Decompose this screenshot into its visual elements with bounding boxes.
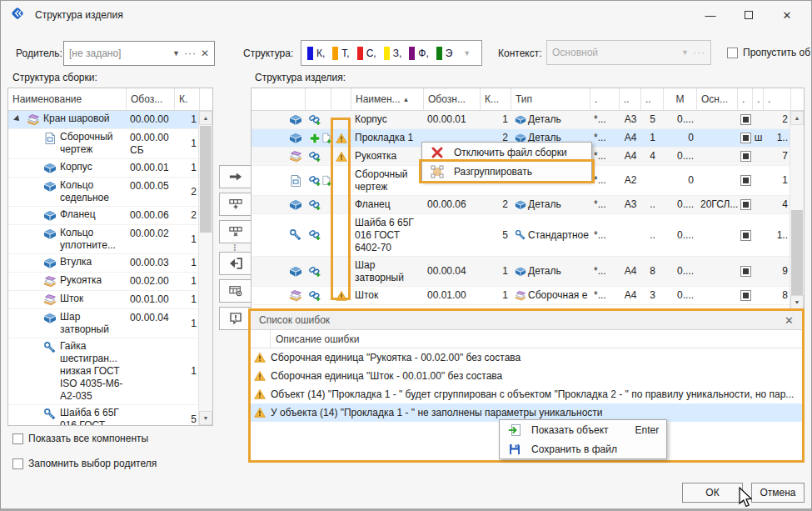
tree-row[interactable]: Шток00.01.001 — [8, 291, 200, 309]
left-scrollbar[interactable]: ▲ ▼ — [198, 111, 212, 425]
tree-row[interactable]: Кольцо седельное00.00.052 — [8, 178, 200, 207]
flag-cell[interactable] — [738, 166, 753, 195]
designation-cell: 00.00.06 — [127, 207, 175, 224]
close-icon[interactable]: ✕ — [785, 314, 794, 327]
structure-chip[interactable]: Ф, — [409, 47, 428, 60]
flag-cell[interactable] — [738, 196, 753, 213]
column-header[interactable]: .. — [641, 88, 664, 110]
parent-combobox[interactable]: [не задано] ▼ ··· ✕ — [63, 41, 215, 66]
quantity-cell: 2 — [175, 207, 200, 224]
context-combobox[interactable]: Основной ▼ ··· — [546, 40, 711, 65]
flag-cell[interactable] — [738, 257, 753, 286]
return-component-button[interactable] — [219, 252, 252, 275]
column-header[interactable]: Обозн... — [424, 88, 481, 110]
minimize-button[interactable]: — — [691, 1, 730, 29]
table-settings-button[interactable] — [219, 279, 252, 303]
error-list-button[interactable] — [219, 307, 252, 330]
column-header[interactable] — [331, 88, 351, 110]
column-header[interactable]: Наимен...▲ — [351, 88, 424, 110]
right-scrollbar[interactable]: ▲ ▼ — [790, 111, 804, 309]
product-row[interactable]: Фланец00.00.062Деталь*...А3..0....20ГСЛ.… — [252, 196, 791, 214]
column-header[interactable] — [252, 88, 306, 110]
error-row[interactable]: Сборочная единица "Рукоятка - 00.02.00" … — [251, 348, 802, 367]
close-button[interactable]: ✕ — [768, 1, 806, 29]
product-row[interactable]: Шток00.01.001Сборочная е*...А430....8 — [252, 287, 791, 305]
scrollbar-thumb[interactable] — [200, 126, 212, 233]
tree-row[interactable]: Втулка00.00.031 — [8, 254, 200, 273]
menu-item[interactable]: Отключить файл сборки — [422, 143, 591, 162]
menu-item[interactable]: Показать объектEnter — [500, 420, 666, 439]
tree-expander-icon[interactable] — [12, 117, 23, 122]
menu-item[interactable]: Сохранить в файл — [500, 439, 666, 458]
assembly-table-body: Кран шаровой00.00.001Сборочный чертеж00.… — [8, 111, 200, 425]
product-row[interactable]: Шайба 6 65Г 016 ГОСТ 6402-705Стандартное… — [252, 214, 791, 257]
column-header[interactable]: . — [753, 88, 764, 110]
checkbox-box[interactable] — [12, 433, 23, 444]
structure-chip[interactable]: К, — [307, 47, 325, 60]
product-row[interactable]: Корпус00.00.011Деталь*...А350....2 — [252, 111, 791, 129]
maximize-button[interactable] — [730, 1, 768, 29]
ok-button[interactable]: ОК — [682, 483, 743, 503]
scroll-up-icon[interactable]: ▲ — [790, 111, 804, 125]
checkbox-box[interactable] — [727, 48, 738, 58]
product-row[interactable]: Шар затворный00.00.041Деталь*...А480....… — [252, 257, 791, 287]
delete-row-button[interactable] — [219, 220, 252, 243]
flag-cell[interactable] — [738, 214, 753, 256]
tree-row[interactable]: Гайка шестигран... низкая ГОСТ ISO 4035-… — [8, 338, 200, 405]
transfer-right-button[interactable] — [219, 165, 252, 188]
structure-chip[interactable]: Т, — [332, 47, 349, 60]
show-all-components-checkbox[interactable]: Показать все компоненты — [12, 433, 148, 444]
right-panel-title: Структура изделия: — [255, 72, 346, 83]
remember-parent-checkbox[interactable]: Запомнить выбор родителя — [12, 458, 157, 469]
save-icon — [508, 443, 521, 456]
scrollbar-thumb[interactable] — [791, 210, 803, 297]
tree-row[interactable]: Кольцо уплотните...00.00.021 — [8, 225, 200, 254]
clear-icon[interactable]: ✕ — [201, 48, 209, 59]
column-header[interactable] — [306, 88, 331, 110]
tree-row[interactable]: Шар затворный00.00.041 — [8, 309, 200, 338]
scroll-down-icon[interactable]: ▼ — [790, 295, 804, 309]
structure-chip[interactable]: С, — [357, 47, 376, 60]
column-header[interactable]: К... — [481, 88, 511, 110]
tree-row[interactable]: Сборочный чертеж00.00.00 СБ1 — [8, 129, 200, 159]
scroll-up-icon[interactable]: ▲ — [199, 111, 212, 125]
part-icon — [289, 132, 302, 145]
flag-cell[interactable] — [738, 129, 753, 147]
error-row[interactable]: Сборочная единица "Шток - 00.01.00" без … — [251, 367, 802, 385]
flag-cell[interactable] — [738, 148, 753, 165]
checkbox-box[interactable] — [12, 458, 23, 469]
cancel-button[interactable]: Отмена — [751, 483, 805, 503]
chevron-down-icon[interactable]: ▼ — [463, 49, 471, 58]
flag-cell[interactable] — [738, 287, 753, 304]
designation-cell: 00.00.01 — [127, 159, 175, 177]
column-header[interactable]: . — [590, 88, 620, 110]
chevron-down-icon[interactable]: ▼ — [172, 49, 180, 58]
tree-row[interactable]: Корпус00.00.011 — [8, 159, 200, 178]
error-table-body: Сборочная единица "Рукоятка - 00.02.00" … — [251, 348, 802, 422]
tree-row[interactable]: Кран шаровой00.00.001 — [8, 111, 200, 129]
column-header[interactable]: М — [664, 88, 697, 110]
column-header[interactable]: К. — [175, 88, 200, 110]
structure-chip[interactable]: Э — [436, 47, 453, 60]
column-header[interactable]: . — [738, 88, 753, 110]
flag-cell[interactable] — [738, 111, 753, 128]
skip-checkbox[interactable]: Пропустить об — [727, 47, 812, 58]
column-header[interactable]: Осн... — [697, 88, 738, 110]
structure-chips-box[interactable]: К,Т,С,З,Ф,Э▼ — [301, 40, 482, 66]
add-row-button[interactable] — [219, 193, 252, 216]
column-header[interactable]: Обоз... — [127, 88, 175, 110]
menu-item[interactable]: Разгруппировать — [422, 162, 591, 181]
tree-row[interactable]: Рукоятка00.02.001 — [8, 273, 200, 291]
column-header[interactable]: Тип — [511, 88, 590, 110]
tree-row[interactable]: Фланец00.00.062 — [8, 207, 200, 225]
structure-chip[interactable]: З, — [384, 47, 402, 60]
assembly-icon — [289, 289, 302, 303]
browse-ellipsis-icon[interactable]: ··· — [184, 48, 197, 59]
error-row[interactable]: Объект (14) "Прокладка 1 - " будет сгруп… — [251, 385, 802, 403]
tree-row[interactable]: Шайба 6 65Г 016 ГОСТ5 — [8, 405, 200, 425]
scroll-down-icon[interactable]: ▼ — [199, 411, 212, 425]
column-header[interactable]: .. — [620, 88, 641, 110]
column-header[interactable]: Наименование — [8, 88, 127, 110]
column-header[interactable]: . — [764, 88, 791, 110]
material-cell — [697, 287, 738, 304]
